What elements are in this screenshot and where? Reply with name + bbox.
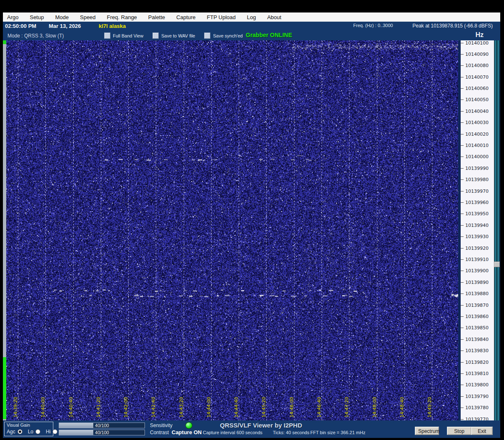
sensitivity-value: 40/100 [95, 423, 109, 428]
clock-time: 02:50:00 PM [5, 23, 36, 29]
freq-scale-label: 10139780 [461, 405, 489, 410]
checkbox-label: Save to WAV file [161, 33, 195, 38]
strip-progress-fill [3, 357, 6, 419]
freq-tick-mark [461, 385, 464, 385]
menu-item-setup[interactable]: Setup [30, 14, 44, 20]
freq-scale-label: 10139900 [461, 268, 489, 273]
menu-item-log[interactable]: Log [247, 14, 256, 20]
freq-tick-mark [461, 351, 464, 351]
frequency-scrollbar-thumb[interactable] [494, 261, 500, 267]
sensitivity-slider[interactable]: 40/100 [59, 423, 145, 428]
bottom-bar: Visual Gain AgcLoHi 40/100 40/100 Sensit… [3, 420, 500, 438]
fft-bin-label: FFT bin size = 366.21 mHz [310, 430, 365, 435]
capture-progress-strip [3, 40, 6, 420]
freq-tick-mark [461, 328, 464, 328]
freq-scale-label: 10140010 [461, 143, 489, 148]
freq-scale-label: 10139890 [461, 280, 489, 285]
freq-scale-label: 10139950 [461, 211, 489, 216]
exit-button[interactable]: Exit [471, 427, 493, 435]
radio-lo[interactable]: Lo [28, 429, 40, 435]
menu-item-capture[interactable]: Capture [176, 14, 195, 20]
checkbox-box-icon[interactable] [152, 32, 159, 39]
freq-tick-mark [461, 282, 464, 283]
checkbox-label: Full Band View [113, 33, 143, 38]
freq-scale-label: 10140080 [461, 63, 489, 68]
freq-tick-mark [461, 225, 464, 226]
checkbox-full-band-view[interactable]: Full Band View [104, 32, 143, 39]
freq-tick-mark [461, 111, 464, 112]
radio-label: Agc [7, 429, 15, 435]
radio-agc[interactable]: Agc [7, 429, 22, 435]
menu-item-about[interactable]: About [267, 14, 281, 20]
freq-tick-mark [461, 259, 464, 260]
menu-item-freq-range[interactable]: Freq. Range [107, 14, 137, 20]
radio-dot-icon[interactable] [17, 429, 22, 434]
freq-scale-label: 10139970 [461, 189, 489, 194]
visual-gain-group: Visual Gain AgcLoHi [4, 422, 53, 436]
freq-scale-label: 10140070 [461, 75, 489, 80]
freq-tick-mark [461, 134, 464, 134]
freq-scale-label: 10139810 [461, 371, 489, 376]
freq-tick-mark [461, 88, 464, 89]
radio-label: Hi [46, 429, 50, 435]
freq-tick-mark [461, 271, 464, 271]
radio-dot-icon[interactable] [35, 429, 40, 434]
freq-tick-mark [461, 316, 464, 317]
freq-scale-label: 10139870 [461, 303, 489, 308]
visual-gain-label: Visual Gain [7, 423, 30, 428]
freq-scale-label: 10140060 [461, 86, 489, 91]
freq-tick-mark [461, 214, 464, 214]
argo-window: { "menu": { "items": ["Argo", "Setup", "… [0, 0, 504, 440]
contrast-slider[interactable]: 40/100 [59, 430, 145, 435]
freq-scale-label: 10139960 [461, 200, 489, 205]
checkbox-box-icon[interactable] [204, 32, 210, 39]
checkbox-save-synch-ed[interactable]: Save synch'ed [204, 32, 242, 39]
freq-tick-mark [461, 305, 464, 306]
contrast-slider-fill [59, 430, 93, 435]
menu-item-mode[interactable]: Mode [55, 14, 69, 20]
spectrum-button[interactable]: Spectrum [415, 427, 439, 435]
freq-tick-mark [461, 122, 464, 123]
freq-scale-label: 10139820 [461, 360, 489, 365]
radio-label: Lo [28, 429, 33, 435]
freq-tick-mark [461, 77, 464, 77]
frequency-scrollbar[interactable] [494, 40, 500, 420]
app-frame: ArgoSetupModeSpeedFreq. RangePaletteCapt… [3, 12, 500, 438]
freq-tick-mark [461, 419, 464, 420]
mode-bar-checkboxes: Full Band ViewSave to WAV fileSave synch… [104, 32, 243, 39]
freq-scale-label: 10140100 [461, 40, 489, 45]
freq-scale-label: 10139880 [461, 291, 489, 296]
frequency-scale: 1014010010140090101400801014007010140060… [461, 40, 494, 422]
menu-item-palette[interactable]: Palette [148, 14, 165, 20]
freq-tick-mark [461, 179, 464, 180]
app-title: QRSS/VLF Viewer by I2PHD [220, 422, 302, 429]
freq-tick-mark [461, 202, 464, 203]
freq-tick-mark [461, 373, 464, 374]
freq-scale-label: 10140050 [461, 97, 489, 102]
freq-tick-mark [461, 99, 464, 100]
contrast-value: 40/100 [95, 430, 109, 435]
freq-tick-mark [461, 157, 464, 157]
menu-item-ftp-upload[interactable]: FTP Upload [207, 14, 236, 20]
checkbox-save-to-wav-file[interactable]: Save to WAV file [152, 32, 195, 39]
freq-tick-mark [461, 396, 464, 397]
freq-tick-mark [461, 408, 464, 408]
radio-dot-icon[interactable] [52, 429, 57, 434]
freq-scale-label: 10139920 [461, 246, 489, 251]
menu-item-argo[interactable]: Argo [7, 14, 18, 20]
freq-tick-mark [461, 362, 464, 363]
visual-gain-radios: AgcLoHi [7, 429, 57, 435]
checkbox-box-icon[interactable] [104, 32, 110, 39]
freq-tick-mark [461, 293, 464, 294]
freq-tick-mark [461, 54, 464, 55]
freq-tick-mark [461, 65, 464, 66]
freq-scale-label: 10139790 [461, 394, 489, 399]
waterfall-area: 1014010010140090101400801014007010140060… [3, 40, 500, 420]
spectrogram-canvas[interactable] [6, 40, 458, 420]
mode-label: Mode : QRSS 3, Slow (T) [7, 33, 64, 39]
menu-item-speed[interactable]: Speed [80, 14, 96, 20]
hz-unit-label: Hz [475, 31, 484, 39]
radio-hi[interactable]: Hi [46, 429, 57, 435]
stop-button[interactable]: Stop [447, 427, 472, 435]
callsign-label: kl7l alaska [99, 23, 126, 29]
